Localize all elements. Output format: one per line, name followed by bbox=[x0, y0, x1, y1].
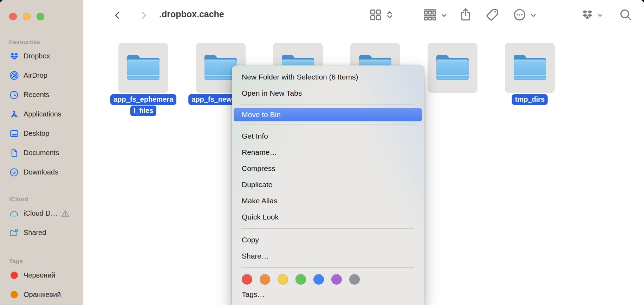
toolbar: .dropbox.cache bbox=[83, 0, 644, 30]
tag-color-swatch[interactable] bbox=[313, 274, 324, 285]
menu-separator bbox=[241, 228, 414, 229]
sidebar-item-downloads[interactable]: Downloads bbox=[9, 163, 83, 182]
sidebar-item-label: Applications bbox=[24, 110, 61, 118]
zoom-button[interactable] bbox=[37, 13, 44, 20]
folder-tile[interactable] bbox=[428, 43, 477, 93]
sidebar-item-label: AirDrop bbox=[24, 71, 47, 80]
sidebar-item-label: Оранжевий bbox=[24, 291, 61, 299]
tag-icon[interactable] bbox=[485, 8, 499, 22]
back-button[interactable] bbox=[113, 10, 122, 20]
menu-tag-colors bbox=[232, 271, 424, 286]
sidebar-item-dropbox[interactable]: Dropbox bbox=[9, 46, 83, 66]
sidebar: FavouritesDropboxAirDropRecentsApplicati… bbox=[0, 0, 83, 305]
grid-view-icon[interactable] bbox=[369, 8, 382, 21]
sidebar-item-airdrop[interactable]: AirDrop bbox=[9, 66, 83, 85]
finder-window: FavouritesDropboxAirDropRecentsApplicati… bbox=[0, 0, 644, 305]
clock-icon bbox=[9, 90, 19, 100]
sidebar-item-icloud-d-[interactable]: iCloud D… bbox=[9, 204, 83, 223]
tag-dot-icon bbox=[9, 290, 19, 300]
more-chevron-icon[interactable] bbox=[529, 12, 537, 19]
tag-color-swatch[interactable] bbox=[331, 274, 342, 285]
folder-label[interactable]: tmp_dirs bbox=[512, 94, 548, 106]
minimise-button[interactable] bbox=[23, 13, 31, 20]
appstore-icon bbox=[9, 109, 19, 119]
share-icon[interactable] bbox=[459, 7, 472, 22]
more-icon[interactable] bbox=[513, 8, 526, 21]
sidebar-item-label: Desktop bbox=[24, 129, 49, 138]
menu-item-rename[interactable]: Rename… bbox=[232, 144, 424, 160]
menu-item-make-alias[interactable]: Make Alias bbox=[232, 193, 424, 209]
menu-separator bbox=[241, 125, 414, 125]
menu-item-duplicate[interactable]: Duplicate bbox=[232, 177, 424, 193]
sidebar-item-червоний[interactable]: Червоний bbox=[9, 266, 83, 285]
folder-tile[interactable] bbox=[118, 43, 168, 93]
sidebar-item-label: Recents bbox=[24, 91, 49, 99]
sidebar-item-label: Documents bbox=[24, 149, 59, 157]
sidebar-item-recents[interactable]: Recents bbox=[9, 85, 83, 104]
sidebar-section-header: Tags bbox=[9, 258, 83, 265]
sidebar-item-desktop[interactable]: Desktop bbox=[9, 124, 83, 143]
sidebar-item-label: Downloads bbox=[24, 168, 58, 176]
menu-item-quick-look[interactable]: Quick Look bbox=[232, 209, 424, 225]
sidebar-item-label: iCloud D… bbox=[24, 209, 58, 217]
sidebar-item-applications[interactable]: Applications bbox=[9, 104, 83, 124]
tag-color-swatch[interactable] bbox=[260, 274, 270, 285]
group-by-chevron-icon[interactable] bbox=[440, 12, 448, 19]
sidebar-section-header: iCloud bbox=[9, 196, 83, 203]
dropbox-chevron-icon[interactable] bbox=[597, 12, 604, 19]
sidebar-item-label: Dropbox bbox=[24, 52, 50, 60]
window-title: .dropbox.cache bbox=[159, 9, 224, 19]
folder-label-line: l_files bbox=[130, 106, 157, 116]
airdrop-icon bbox=[9, 71, 19, 81]
window-controls bbox=[9, 13, 83, 20]
group-by-icon[interactable] bbox=[422, 8, 438, 22]
menu-item-share[interactable]: Share… bbox=[232, 248, 424, 264]
shared-folder-icon bbox=[9, 228, 19, 238]
sidebar-item-оранжевий[interactable]: Оранжевий bbox=[9, 285, 83, 304]
dropbox-icon bbox=[9, 51, 19, 61]
tag-color-swatch[interactable] bbox=[295, 274, 306, 285]
menu-item-open-in-new-tabs[interactable]: Open in New Tabs bbox=[232, 85, 424, 101]
search-icon[interactable] bbox=[619, 8, 632, 21]
menu-separator bbox=[241, 104, 414, 105]
menu-item-tags[interactable]: Tags… bbox=[232, 286, 424, 303]
sidebar-item-label: Shared bbox=[24, 229, 46, 237]
sidebar-item-label: Червоний bbox=[24, 271, 56, 279]
document-icon bbox=[9, 148, 19, 158]
folder-label[interactable]: app_fs_ephemeral_files bbox=[110, 94, 176, 117]
sidebar-item-shared[interactable]: Shared bbox=[9, 223, 83, 242]
tag-dot-icon bbox=[9, 271, 19, 280]
view-stepper-icon[interactable] bbox=[384, 9, 395, 20]
tag-color-swatch[interactable] bbox=[242, 274, 252, 285]
desktop-icon bbox=[9, 129, 19, 139]
folder-label-line: app_fs_ephemera bbox=[110, 94, 176, 105]
menu-item-get-info[interactable]: Get Info bbox=[232, 128, 424, 144]
tag-color-swatch[interactable] bbox=[278, 274, 288, 285]
menu-item-compress[interactable]: Compress bbox=[232, 160, 424, 177]
close-button[interactable] bbox=[9, 13, 17, 20]
menu-separator bbox=[241, 267, 414, 268]
menu-item-copy[interactable]: Copy bbox=[232, 232, 424, 248]
sidebar-item-documents[interactable]: Documents bbox=[9, 143, 83, 163]
folder-tile[interactable] bbox=[505, 43, 555, 93]
dropbox-toolbar-icon[interactable] bbox=[581, 9, 594, 21]
cloud-icon bbox=[9, 209, 19, 218]
sidebar-section-header: Favourites bbox=[9, 39, 83, 46]
forward-button[interactable] bbox=[139, 10, 148, 20]
folder-label-line: tmp_dirs bbox=[512, 94, 548, 105]
menu-item-new-folder-with-selection-6-items[interactable]: New Folder with Selection (6 Items) bbox=[232, 69, 424, 85]
tag-color-swatch[interactable] bbox=[349, 274, 360, 285]
download-circle-icon bbox=[9, 167, 19, 177]
menu-item-move-to-bin[interactable]: Move to Bin bbox=[234, 108, 422, 121]
warning-icon bbox=[61, 209, 70, 218]
context-menu: New Folder with Selection (6 Items)Open … bbox=[232, 65, 424, 305]
